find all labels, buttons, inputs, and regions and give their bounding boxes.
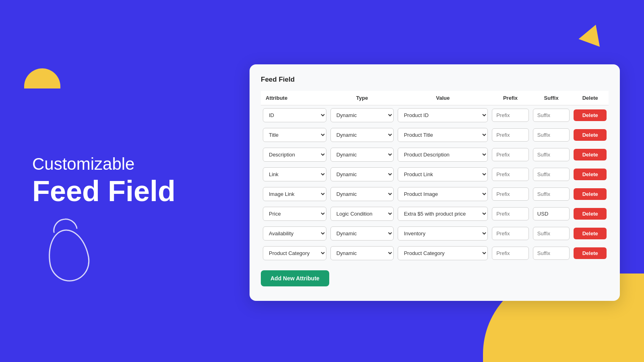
table-row: DescriptionDynamicProduct DescriptionDel… <box>261 145 609 165</box>
table-row: LinkDynamicProduct LinkDelete <box>261 165 609 184</box>
type-select-5[interactable]: Logic Condition <box>330 207 394 221</box>
prefix-input-7[interactable] <box>492 247 529 260</box>
suffix-input-1[interactable] <box>533 128 570 142</box>
panel-title: Feed Field <box>261 76 609 84</box>
value-select-5[interactable]: Extra $5 with product price <box>398 207 488 221</box>
attribute-select-5[interactable]: Price <box>263 207 326 221</box>
suffix-input-4[interactable] <box>533 187 570 201</box>
type-select-1[interactable]: Dynamic <box>330 128 394 142</box>
suffix-input-0[interactable] <box>533 109 570 122</box>
prefix-input-5[interactable] <box>492 207 529 220</box>
delete-button-4[interactable]: Delete <box>574 188 607 200</box>
attribute-select-1[interactable]: Title <box>263 128 326 142</box>
prefix-input-2[interactable] <box>492 148 529 161</box>
prefix-input-0[interactable] <box>492 109 529 122</box>
value-select-4[interactable]: Product Image <box>398 187 488 201</box>
value-select-2[interactable]: Product Description <box>398 148 488 162</box>
prefix-input-4[interactable] <box>492 187 529 201</box>
delete-button-3[interactable]: Delete <box>574 169 607 180</box>
header-suffix: Suffix <box>531 91 572 105</box>
suffix-input-3[interactable] <box>533 168 570 181</box>
suffix-input-6[interactable] <box>533 227 570 240</box>
type-select-2[interactable]: Dynamic <box>330 148 394 162</box>
table-row: PriceLogic ConditionExtra $5 with produc… <box>261 204 609 224</box>
hero-section: Customizable Feed Field <box>0 0 250 362</box>
header-delete: Delete <box>572 91 609 105</box>
table-header-row: Attribute Type Value Prefix Suffix Delet… <box>261 91 609 105</box>
type-select-0[interactable]: Dynamic <box>330 108 394 122</box>
attribute-select-3[interactable]: Link <box>263 167 326 181</box>
delete-button-7[interactable]: Delete <box>574 247 607 259</box>
suffix-input-5[interactable] <box>533 207 570 220</box>
type-select-3[interactable]: Dynamic <box>330 167 394 181</box>
suffix-input-2[interactable] <box>533 148 570 161</box>
table-row: TitleDynamicProduct TitleDelete <box>261 125 609 145</box>
attribute-select-2[interactable]: Description <box>263 148 326 162</box>
attribute-select-4[interactable]: Image Link <box>263 187 326 201</box>
suffix-input-7[interactable] <box>533 247 570 260</box>
add-new-attribute-button[interactable]: Add New Attribute <box>261 270 329 286</box>
attribute-select-6[interactable]: Availability <box>263 226 326 241</box>
prefix-input-1[interactable] <box>492 128 529 142</box>
type-select-6[interactable]: Dynamic <box>330 226 394 241</box>
prefix-input-6[interactable] <box>492 227 529 240</box>
header-prefix: Prefix <box>490 91 531 105</box>
attributes-table: Attribute Type Value Prefix Suffix Delet… <box>261 91 609 263</box>
table-row: AvailabilityDynamicInventoryDelete <box>261 224 609 243</box>
hero-title: Feed Field <box>32 175 225 207</box>
header-attribute: Attribute <box>261 91 328 105</box>
prefix-input-3[interactable] <box>492 168 529 181</box>
hero-subtitle: Customizable <box>32 154 225 174</box>
attribute-select-0[interactable]: ID <box>263 108 326 122</box>
delete-button-0[interactable]: Delete <box>574 109 607 121</box>
table-row: Image LinkDynamicProduct ImageDelete <box>261 184 609 204</box>
value-select-1[interactable]: Product Title <box>398 128 488 142</box>
delete-button-5[interactable]: Delete <box>574 208 607 220</box>
delete-button-2[interactable]: Delete <box>574 149 607 160</box>
value-select-7[interactable]: Product Category <box>398 246 488 260</box>
header-type: Type <box>328 91 396 105</box>
table-row: Product CategoryDynamicProduct CategoryD… <box>261 243 609 263</box>
delete-button-1[interactable]: Delete <box>574 129 607 141</box>
type-select-4[interactable]: Dynamic <box>330 187 394 201</box>
value-select-6[interactable]: Inventory <box>398 226 488 241</box>
feed-field-panel: Feed Field Attribute Type Value Prefix S… <box>250 64 620 301</box>
delete-button-6[interactable]: Delete <box>574 228 607 239</box>
type-select-7[interactable]: Dynamic <box>330 246 394 260</box>
attribute-select-7[interactable]: Product Category <box>263 246 326 260</box>
table-row: IDDynamicProduct IDDelete <box>261 105 609 125</box>
value-select-3[interactable]: Product Link <box>398 167 488 181</box>
header-value: Value <box>396 91 490 105</box>
value-select-0[interactable]: Product ID <box>398 108 488 122</box>
